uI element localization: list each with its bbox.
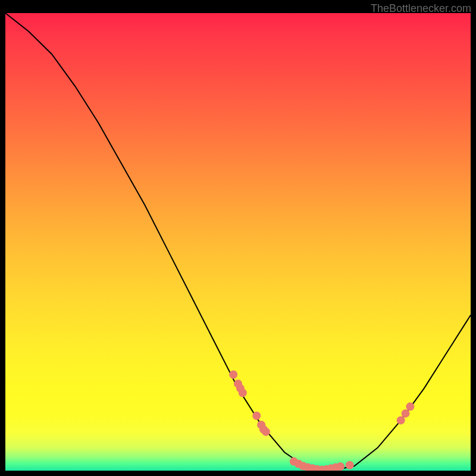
bottleneck-curve [5,13,471,471]
data-markers [229,371,414,471]
data-marker [402,409,410,418]
chart-container [5,13,471,471]
chart-svg [5,13,471,471]
data-marker [252,412,261,420]
data-marker [239,389,247,397]
watermark-text: TheBottlenecker.com [371,2,471,15]
data-marker [346,461,354,469]
data-marker [397,416,405,424]
data-marker [229,371,237,379]
data-marker [406,402,414,411]
data-marker [336,462,345,471]
data-marker [262,428,270,436]
